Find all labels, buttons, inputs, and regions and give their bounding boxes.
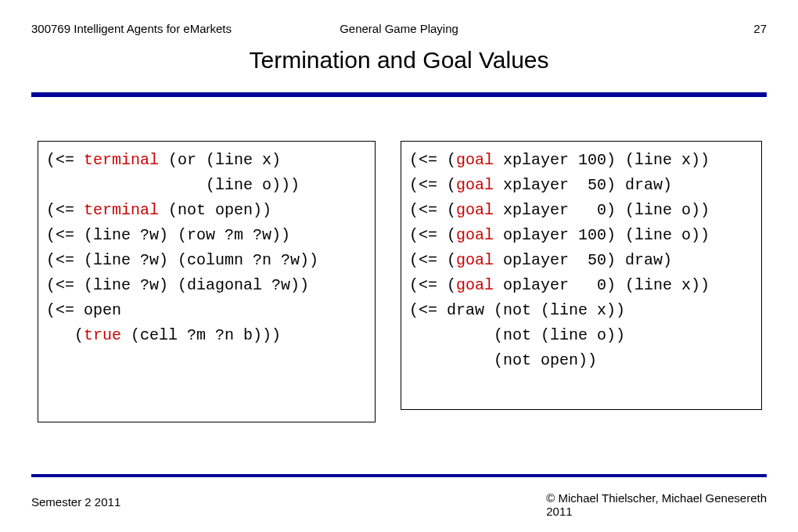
footer-left: Semester 2 2011 [31, 495, 120, 509]
copyright-line1: © Michael Thielscher, Michael Genesereth [546, 491, 767, 505]
page-number: 27 [753, 22, 767, 35]
code-block-goal: (<= (goal xplayer 100) (line x))(<= (goa… [401, 141, 762, 410]
horizontal-rule-top [31, 92, 767, 97]
code-block-terminal: (<= terminal (or (line x) (line o)))(<= … [38, 141, 376, 422]
slide-title: Termination and Goal Values [0, 47, 798, 74]
header-center: General Game Playing [0, 22, 798, 35]
horizontal-rule-bottom [31, 474, 767, 477]
footer-right: © Michael Thielscher, Michael Genesereth… [546, 491, 767, 519]
slide: 300769 Intelligent Agents for eMarkets G… [0, 0, 798, 532]
copyright-line2: 2011 [546, 505, 572, 518]
